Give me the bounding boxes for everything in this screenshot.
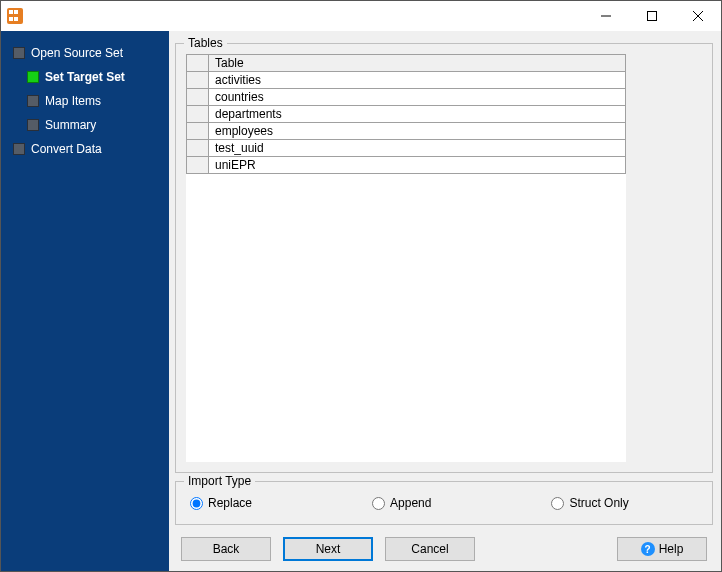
- radio-label: Replace: [208, 496, 252, 510]
- nav-item-label: Open Source Set: [31, 46, 123, 60]
- radio-struct-only[interactable]: Struct Only: [551, 496, 628, 510]
- main-panel: Tables Tableactivitiescountriesdepartmen…: [169, 31, 721, 571]
- radio-input[interactable]: [190, 497, 203, 510]
- table-row[interactable]: uniEPR: [187, 157, 626, 174]
- help-button-label: Help: [659, 542, 684, 556]
- nav-item-label: Set Target Set: [45, 70, 125, 84]
- tables-group-label: Tables: [184, 36, 227, 50]
- row-header: [187, 123, 209, 140]
- cancel-button[interactable]: Cancel: [385, 537, 475, 561]
- row-header: [187, 72, 209, 89]
- import-type-label: Import Type: [184, 474, 255, 488]
- help-button[interactable]: ? Help: [617, 537, 707, 561]
- nav-item-label: Summary: [45, 118, 96, 132]
- table-cell[interactable]: test_uuid: [209, 140, 626, 157]
- table-row[interactable]: test_uuid: [187, 140, 626, 157]
- wizard-buttons: Back Next Cancel ? Help: [175, 535, 713, 561]
- nav-item-map-items[interactable]: Map Items: [27, 89, 163, 113]
- row-header: [187, 106, 209, 123]
- back-button[interactable]: Back: [181, 537, 271, 561]
- titlebar: [1, 1, 721, 31]
- help-icon: ?: [641, 542, 655, 556]
- radio-input[interactable]: [551, 497, 564, 510]
- nav-step-icon: [27, 119, 39, 131]
- wizard-sidebar: Open Source SetSet Target SetMap ItemsSu…: [1, 31, 169, 571]
- table-cell[interactable]: employees: [209, 123, 626, 140]
- nav-step-icon: [13, 47, 25, 59]
- nav-item-set-target-set[interactable]: Set Target Set: [27, 65, 163, 89]
- radio-label: Struct Only: [569, 496, 628, 510]
- table-cell[interactable]: departments: [209, 106, 626, 123]
- table-row[interactable]: departments: [187, 106, 626, 123]
- tables-group: Tables Tableactivitiescountriesdepartmen…: [175, 43, 713, 473]
- nav-item-label: Convert Data: [31, 142, 102, 156]
- nav-item-summary[interactable]: Summary: [27, 113, 163, 137]
- next-button[interactable]: Next: [283, 537, 373, 561]
- radio-input[interactable]: [372, 497, 385, 510]
- nav-item-label: Map Items: [45, 94, 101, 108]
- app-icon: [7, 8, 23, 24]
- table-corner: [187, 55, 209, 72]
- table-cell[interactable]: uniEPR: [209, 157, 626, 174]
- nav-step-icon: [27, 71, 39, 83]
- import-type-group: Import Type ReplaceAppendStruct Only: [175, 481, 713, 525]
- table-cell[interactable]: countries: [209, 89, 626, 106]
- nav-item-open-source-set[interactable]: Open Source Set: [13, 41, 163, 65]
- row-header: [187, 89, 209, 106]
- table-row[interactable]: activities: [187, 72, 626, 89]
- radio-label: Append: [390, 496, 431, 510]
- nav-step-icon: [13, 143, 25, 155]
- row-header: [187, 140, 209, 157]
- maximize-button[interactable]: [629, 1, 675, 31]
- radio-replace[interactable]: Replace: [190, 496, 252, 510]
- minimize-button[interactable]: [583, 1, 629, 31]
- svg-rect-1: [648, 12, 657, 21]
- row-header: [187, 157, 209, 174]
- table-header-cell[interactable]: Table: [209, 55, 626, 72]
- nav-step-icon: [27, 95, 39, 107]
- radio-append[interactable]: Append: [372, 496, 431, 510]
- close-button[interactable]: [675, 1, 721, 31]
- table-row[interactable]: countries: [187, 89, 626, 106]
- nav-item-convert-data[interactable]: Convert Data: [13, 137, 163, 161]
- table-cell[interactable]: activities: [209, 72, 626, 89]
- table-row[interactable]: employees: [187, 123, 626, 140]
- tables-grid[interactable]: Tableactivitiescountriesdepartmentsemplo…: [186, 54, 626, 462]
